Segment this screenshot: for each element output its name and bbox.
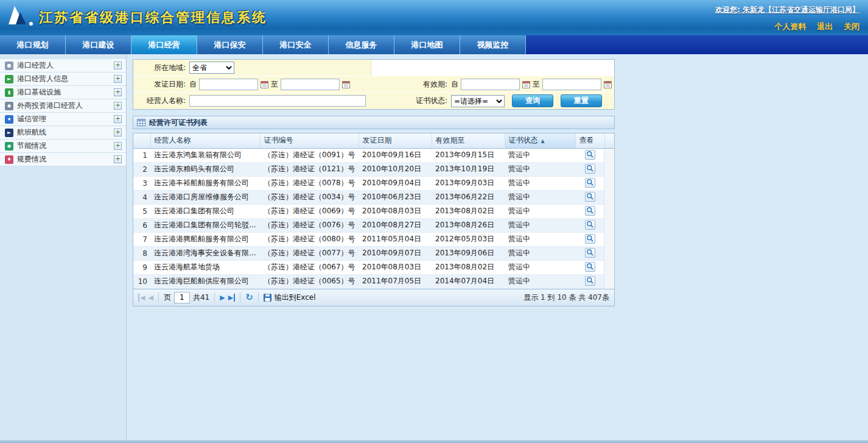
expand-plus-icon[interactable]: + (114, 75, 122, 83)
view-icon[interactable] (585, 150, 595, 160)
calendar-icon[interactable] (522, 80, 530, 88)
cert-status-cell: 营运中 (505, 218, 575, 232)
total-pages-label: 共41 (193, 292, 209, 303)
export-excel-link[interactable]: 输出到Excel (275, 292, 316, 303)
expand-plus-icon[interactable]: + (114, 142, 122, 150)
view-icon[interactable] (585, 276, 595, 286)
pager-separator (240, 292, 240, 302)
tab-port-operation[interactable]: 港口经营 (131, 35, 197, 54)
calendar-icon[interactable] (342, 80, 350, 88)
sidebar-item-energy-saving[interactable]: ◉ 节能情况 + (0, 140, 126, 153)
row-index: 9 (133, 260, 150, 274)
last-page-icon[interactable]: ▶ (228, 294, 235, 302)
col-cert-number[interactable]: 证书编号 (260, 133, 359, 148)
view-icon[interactable] (585, 178, 595, 188)
table-row[interactable]: 3连云港丰裕船舶服务有限公司（苏连）港经证（0078）号2010年09月04日2… (133, 176, 614, 190)
tab-port-safety[interactable]: 港口安全 (263, 35, 329, 54)
table-row[interactable]: 2连云港东粮码头有限公司（苏连）港经证（0121）号2010年10月20日201… (133, 162, 614, 176)
valid-until-cell: 2013年06月22日 (432, 190, 505, 204)
cert-status-cell: 营运中 (505, 232, 575, 246)
col-view: 查看 (575, 133, 604, 148)
valid-from-input[interactable] (461, 79, 520, 90)
sidebar-item-label: 节能情况 (17, 141, 114, 151)
valid-to-input[interactable] (542, 79, 601, 90)
operator-name-cell: 连云港港腾船舶服务有限公司 (150, 232, 260, 246)
first-page-icon[interactable]: ◀ (138, 294, 145, 302)
next-page-icon[interactable]: ▶ (220, 294, 225, 302)
person-icon: ● (5, 62, 13, 70)
cert-number-cell: （苏连）港经证（0121）号 (260, 162, 359, 176)
view-icon[interactable] (585, 206, 595, 216)
issue-date-cell: 2010年08月27日 (359, 218, 432, 232)
col-cert-status[interactable]: 证书状态▲ (505, 133, 575, 148)
expand-plus-icon[interactable]: + (114, 88, 122, 96)
sidebar-item-infrastructure[interactable]: ▮ 港口基础设施 + (0, 86, 126, 99)
view-icon[interactable] (585, 234, 595, 244)
tab-port-map[interactable]: 港口地图 (394, 35, 460, 54)
issue-date-to-input[interactable] (281, 79, 340, 90)
cert-status-cell: 营运中 (505, 246, 575, 260)
table-row[interactable]: 10连云港海巨船舶供应有限公司（苏连）港经证（0065）号2011年07月05日… (133, 274, 614, 288)
sidebar-item-port-operator[interactable]: ● 港口经营人 + (0, 59, 126, 73)
view-icon[interactable] (585, 262, 595, 272)
operator-name-cell: 连云港丰裕船舶服务有限公司 (150, 176, 260, 190)
col-issue-date[interactable]: 发证日期 (359, 133, 432, 148)
to-label: 至 (271, 79, 278, 90)
chart-icon: ▮ (5, 88, 13, 97)
operator-name-cell: 连云港港口集团有限公司 (150, 204, 260, 218)
tab-port-planning[interactable]: 港口规划 (0, 35, 66, 54)
sidebar-item-foreign-investment[interactable]: ◆ 外商投资港口经营人 + (0, 99, 126, 113)
sidebar-item-routes[interactable]: ► 航班航线 + (0, 126, 126, 140)
reset-button[interactable]: 重置 (561, 94, 602, 107)
operator-name-input[interactable] (189, 95, 366, 107)
sidebar-item-operator-info[interactable]: ► 港口经营人信息 + (0, 73, 126, 86)
credit-icon: ★ (5, 115, 13, 124)
table-row[interactable]: 4连云港港口房屋维修服务公司（苏连）港经证（0034）号2010年06月23日2… (133, 190, 614, 204)
view-icon[interactable] (585, 164, 595, 174)
expand-plus-icon[interactable]: + (114, 102, 122, 110)
sidebar-item-credit-management[interactable]: ★ 诚信管理 + (0, 113, 126, 126)
tab-information-service[interactable]: 信息服务 (329, 35, 394, 54)
table-row[interactable]: 7连云港港腾船舶服务有限公司（苏连）港经证（0080）号2011年05月04日2… (133, 232, 614, 246)
logout-link[interactable]: 退出 (817, 22, 833, 31)
view-icon[interactable] (585, 220, 595, 230)
tab-port-construction[interactable]: 港口建设 (66, 35, 131, 54)
record-summary: 显示 1 到 10 条 共 407条 (523, 292, 609, 303)
globe-icon: ◉ (5, 142, 13, 151)
tab-video-monitor[interactable]: 视频监控 (460, 35, 526, 54)
issue-date-from-input[interactable] (199, 79, 258, 90)
col-operator-name[interactable]: 经营人名称 (150, 133, 260, 148)
profile-link[interactable]: 个人资料 (774, 22, 806, 31)
table-row[interactable]: 9连云港海航基地货场（苏连）港经证（0067）号2010年08月03日2013年… (133, 260, 614, 274)
expand-plus-icon[interactable]: + (114, 62, 122, 69)
view-cell (575, 218, 604, 232)
valid-until-cell: 2013年08月26日 (432, 218, 505, 232)
query-button[interactable]: 查询 (512, 94, 553, 107)
table-row[interactable]: 5连云港港口集团有限公司（苏连）港经证（0069）号2010年08月03日201… (133, 204, 614, 218)
region-select[interactable]: 全省 (189, 62, 234, 74)
col-valid-until[interactable]: 有效期至 (432, 133, 505, 148)
refresh-icon[interactable]: ↻ (245, 292, 253, 303)
prev-page-icon[interactable]: ◀ (148, 294, 153, 302)
view-icon[interactable] (585, 192, 595, 202)
operator-name-cell: 连云港海巨船舶供应有限公司 (150, 274, 260, 288)
close-link[interactable]: 关闭 (844, 22, 859, 31)
calendar-icon[interactable] (604, 80, 612, 88)
sidebar-item-fees[interactable]: ♦ 规费情况 + (0, 153, 126, 166)
cert-table-body: 1连云港东鸿集装箱有限公司（苏连）港经证（0091）号2010年09月16日20… (133, 148, 614, 288)
expand-plus-icon[interactable]: + (114, 155, 122, 163)
table-row[interactable]: 8连云港港湾海事安全设备有限...（苏连）港经证（0077）号2010年09月0… (133, 246, 614, 260)
cert-status-select[interactable]: =请选择= (451, 95, 505, 107)
page-input[interactable] (174, 292, 190, 303)
vertical-scrollbar[interactable] (604, 149, 614, 289)
valid-until-cell: 2013年09月06日 (432, 246, 505, 260)
table-row[interactable]: 1连云港东鸿集装箱有限公司（苏连）港经证（0091）号2010年09月16日20… (133, 148, 614, 162)
tab-port-security[interactable]: 港口保安 (197, 35, 263, 54)
table-row[interactable]: 6连云港港口集团有限公司轮驳...（苏连）港经证（0076）号2010年08月2… (133, 218, 614, 232)
view-icon[interactable] (585, 248, 595, 258)
expand-plus-icon[interactable]: + (114, 129, 122, 136)
calendar-icon[interactable] (261, 80, 268, 88)
expand-plus-icon[interactable]: + (114, 115, 122, 123)
sidebar-item-label: 航班航线 (17, 127, 114, 138)
pager-separator (214, 292, 215, 302)
